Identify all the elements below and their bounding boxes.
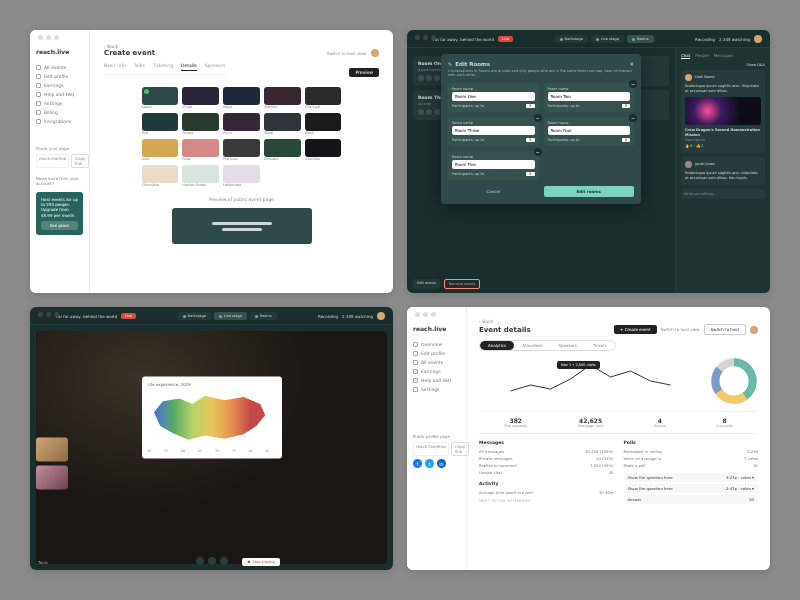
sidebar-item[interactable]: All events xyxy=(413,358,460,367)
stage-tab[interactable]: Rooms xyxy=(250,312,277,320)
theme-swatch[interactable] xyxy=(182,139,219,157)
poll-item[interactable]: Answer50 xyxy=(624,495,759,504)
chat-panel: ChatPeopleMessages Show Q&A Host Name Sc… xyxy=(675,48,770,293)
avatar[interactable] xyxy=(754,35,762,43)
sidebar-item[interactable]: Integrations xyxy=(36,117,83,126)
chat-tab[interactable]: People xyxy=(695,53,708,59)
stage-tab[interactable]: Live stage xyxy=(214,312,247,320)
avatar[interactable] xyxy=(377,312,385,320)
tab[interactable]: Ticketing xyxy=(153,63,173,71)
poll-item[interactable]: Show the question here3:27p · votes ▾ xyxy=(624,473,759,482)
mic-icon[interactable] xyxy=(196,557,204,565)
sidebar-item[interactable]: All events xyxy=(36,63,83,72)
tools-menu[interactable]: Tools xyxy=(38,560,48,565)
theme-swatch[interactable] xyxy=(264,139,301,157)
tab[interactable]: Sponsors xyxy=(205,63,226,71)
delete-room-icon[interactable]: − xyxy=(534,114,542,122)
stage-tab[interactable]: Live stage xyxy=(591,35,624,43)
theme-swatch[interactable] xyxy=(142,165,179,183)
theme-swatch[interactable] xyxy=(264,113,301,131)
switch-view-link[interactable]: Switch to host view xyxy=(661,327,700,332)
theme-swatch[interactable] xyxy=(223,87,260,105)
room-name-input[interactable] xyxy=(548,126,631,135)
create-event-button[interactable]: + Create event xyxy=(614,325,657,334)
theme-swatch[interactable] xyxy=(142,139,179,157)
delete-room-icon[interactable]: − xyxy=(629,80,637,88)
sidebar-item[interactable]: Help and FAQ xyxy=(413,376,460,385)
host-avatar xyxy=(685,74,692,81)
tab[interactable]: Details xyxy=(181,63,197,71)
theme-swatch[interactable] xyxy=(305,113,342,131)
theme-swatch[interactable] xyxy=(182,87,219,105)
switch-view-link[interactable]: Switch to host view xyxy=(327,51,366,56)
room-name-input[interactable] xyxy=(452,126,535,135)
sidebar-item[interactable]: Earnings xyxy=(36,81,83,90)
room-name-input[interactable] xyxy=(452,92,535,101)
message-input[interactable]: Write something... xyxy=(681,189,765,199)
theme-swatch[interactable] xyxy=(182,113,219,131)
edit-rooms-tool[interactable]: Edit rooms xyxy=(413,279,440,289)
media-preview[interactable] xyxy=(685,97,761,125)
delete-room-icon[interactable]: − xyxy=(629,114,637,122)
sidebar-item[interactable]: Billing xyxy=(36,108,83,117)
remove-rooms-tool[interactable]: Remove rooms xyxy=(444,279,480,289)
detail-tab[interactable]: Speakers xyxy=(551,341,585,350)
stage-tab[interactable]: Rooms xyxy=(627,35,654,43)
tab[interactable]: Talks xyxy=(134,63,145,71)
close-icon[interactable]: ✕ xyxy=(629,61,634,67)
theme-swatch[interactable] xyxy=(305,87,342,105)
stop-sharing-button[interactable]: Stop sharing xyxy=(242,558,280,566)
reactions[interactable]: 🔥 5 · 👍 2 xyxy=(685,144,761,149)
theme-swatch[interactable] xyxy=(142,113,179,131)
sidebar-item[interactable]: Overview xyxy=(413,340,460,349)
share-link-input[interactable]: reach.live/me xyxy=(36,154,69,168)
detail-tab[interactable]: Tickets xyxy=(585,341,615,350)
cancel-button[interactable]: Cancel xyxy=(448,186,539,197)
detail-tab[interactable]: Analytics xyxy=(480,341,514,350)
delete-room-icon[interactable]: − xyxy=(534,148,542,156)
qa-toggle[interactable]: Show Q&A xyxy=(747,63,765,67)
twitter-icon[interactable]: t xyxy=(425,459,434,468)
theme-swatch[interactable] xyxy=(305,139,342,157)
camera-icon[interactable] xyxy=(208,557,216,565)
upgrade-promo[interactable]: Host events for up to 250 people. Upgrad… xyxy=(36,192,83,235)
stage-tab[interactable]: Backstage xyxy=(555,35,588,43)
avatar[interactable] xyxy=(371,49,379,57)
chat-tab[interactable]: Chat xyxy=(681,53,690,59)
video-thumb[interactable] xyxy=(36,465,68,489)
theme-swatch[interactable] xyxy=(223,139,260,157)
stage-tab[interactable]: Backstage xyxy=(178,312,211,320)
sidebar-item[interactable]: Earnings xyxy=(413,367,460,376)
room-name-input[interactable] xyxy=(452,160,535,169)
video-thumb[interactable] xyxy=(36,437,68,461)
theme-swatch[interactable] xyxy=(142,87,179,105)
sidebar-item[interactable]: Settings xyxy=(36,99,83,108)
participant-videos xyxy=(36,437,68,489)
sidebar-item[interactable]: Edit profile xyxy=(36,72,83,81)
linkedin-icon[interactable]: in xyxy=(437,459,446,468)
data-row: All messages45,234 (100%) xyxy=(479,448,614,455)
page-title: Create event xyxy=(104,49,155,57)
detail-tab[interactable]: Attendees xyxy=(514,341,550,350)
preview-button[interactable]: Preview xyxy=(349,68,379,77)
theme-swatch[interactable] xyxy=(223,113,260,131)
facebook-icon[interactable]: f xyxy=(413,459,422,468)
theme-swatch[interactable] xyxy=(223,165,260,183)
chat-tab[interactable]: Messages xyxy=(714,53,734,59)
copy-link-button[interactable]: Copy link xyxy=(71,154,89,168)
poll-item[interactable]: Show the question here2:47p · votes ▾ xyxy=(624,484,759,493)
share-icon[interactable] xyxy=(220,557,228,565)
room-name-input[interactable] xyxy=(548,92,631,101)
sidebar-item[interactable]: Settings xyxy=(413,385,460,394)
switch-host-button[interactable]: Switch to host xyxy=(704,324,746,335)
sidebar-item[interactable]: Edit profile xyxy=(413,349,460,358)
profile-link-input[interactable]: reach.live/elias xyxy=(413,442,449,456)
theme-swatch[interactable] xyxy=(264,87,301,105)
avatar[interactable] xyxy=(750,326,758,334)
tab[interactable]: Basic info xyxy=(104,63,126,71)
see-plans-button[interactable]: See plans xyxy=(41,221,78,230)
save-rooms-button[interactable]: Edit rooms xyxy=(544,186,635,197)
nav-icon xyxy=(413,351,418,356)
sidebar-item[interactable]: Help and FAQ xyxy=(36,90,83,99)
theme-swatch[interactable] xyxy=(182,165,219,183)
